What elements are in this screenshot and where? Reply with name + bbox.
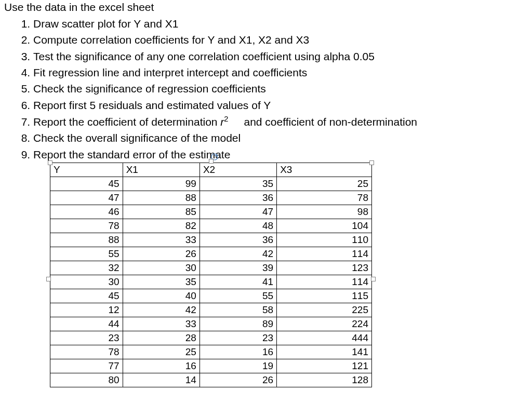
table-cell: 115	[277, 289, 372, 303]
list-item: Fit regression line and interpret interc…	[33, 65, 528, 80]
selection-handle-icon	[369, 160, 374, 165]
table-cell: 40	[123, 289, 200, 303]
table-cell: 80	[50, 373, 123, 387]
table-cell: 123	[277, 261, 372, 275]
table-cell: 121	[277, 359, 372, 373]
table-cell: 45	[50, 177, 123, 191]
data-table: Y X1 X2 X3 45993525478836784685479878824…	[50, 163, 372, 387]
table-row: 771619121	[50, 359, 372, 373]
table-cell: 42	[200, 247, 276, 261]
list-item-tail: and coefficient of non-determination	[244, 116, 418, 128]
table-row: 124258225	[50, 303, 372, 317]
table-cell: 33	[123, 317, 200, 331]
table-cell: 33	[123, 233, 200, 247]
table-cell: 26	[200, 373, 276, 387]
table-cell: 36	[200, 233, 276, 247]
table-cell: 78	[50, 345, 123, 359]
table-cell: 225	[277, 303, 372, 317]
table-cell: 141	[277, 345, 372, 359]
table-cell: 88	[50, 233, 123, 247]
table-cell: 78	[50, 219, 123, 233]
table-cell: 114	[277, 275, 372, 289]
table-cell: 44	[50, 317, 123, 331]
table-cell: 35	[200, 177, 276, 191]
table-cell: 88	[123, 191, 200, 205]
table-cell: 30	[123, 261, 200, 275]
selection-handle-icon	[209, 159, 214, 164]
table-cell: 19	[200, 359, 276, 373]
list-item: Report the coefficient of determination …	[33, 114, 528, 129]
table-row: 303541114	[50, 275, 372, 289]
r-squared-symbol: r2	[220, 116, 228, 128]
table-row: 788248104	[50, 219, 372, 233]
table-row: 782516141	[50, 345, 372, 359]
table-cell: 85	[123, 205, 200, 219]
table-cell: 128	[277, 373, 372, 387]
list-item: Draw scatter plot for Y and X1	[33, 17, 528, 31]
table-row: 232823444	[50, 331, 372, 345]
list-item: Test the significance of any one correla…	[33, 49, 528, 64]
table-cell: 23	[50, 331, 123, 345]
table-cell: 25	[123, 345, 200, 359]
table-cell: 14	[123, 373, 200, 387]
table-cell: 89	[200, 317, 276, 331]
list-item: Check the significance of regression coe…	[33, 82, 528, 96]
table-cell: 82	[123, 219, 200, 233]
table-row: 443389224	[50, 317, 372, 331]
table-cell: 25	[277, 177, 372, 191]
table-row: 46854798	[50, 205, 372, 219]
column-header: X3	[277, 163, 372, 177]
table-cell: 444	[277, 331, 372, 345]
table-cell: 46	[50, 205, 123, 219]
table-row: 323039123	[50, 261, 372, 275]
table-cell: 36	[200, 191, 276, 205]
list-item: Report first 5 residuals and estimated v…	[33, 98, 528, 113]
intro-text: Use the data in the excel sheet	[4, 1, 528, 14]
table-cell: 47	[200, 205, 276, 219]
table-cell: 58	[200, 303, 276, 317]
column-header: X1	[123, 163, 200, 177]
table-cell: 224	[277, 317, 372, 331]
table-row: 45993525	[50, 177, 372, 191]
table-cell: 26	[123, 247, 200, 261]
table-cell: 16	[200, 345, 276, 359]
list-item-text: Report the coefficient of determination	[33, 116, 220, 128]
table-cell: 55	[200, 289, 276, 303]
table-cell: 42	[123, 303, 200, 317]
table-cell: 104	[277, 219, 372, 233]
selection-handle-icon	[48, 160, 52, 165]
table-cell: 32	[50, 261, 123, 275]
table-row: 454055115	[50, 289, 372, 303]
table-cell: 98	[277, 205, 372, 219]
list-item: Report the standard error of the estimat…	[33, 147, 528, 162]
table-row: 47883678	[50, 191, 372, 205]
table-cell: 114	[277, 247, 372, 261]
column-header: Y	[50, 163, 123, 177]
table-cell: 35	[123, 275, 200, 289]
table-cell: 55	[50, 247, 123, 261]
table-cell: 16	[123, 359, 200, 373]
table-cell: 12	[50, 303, 123, 317]
list-item: Compute correlation coefficients for Y a…	[33, 33, 528, 47]
table-cell: 30	[50, 275, 123, 289]
table-cell: 78	[277, 191, 372, 205]
table-cell: 47	[50, 191, 123, 205]
table-cell: 77	[50, 359, 123, 373]
data-table-container: Y X1 X2 X3 45993525478836784685479878824…	[50, 163, 372, 387]
instruction-list: Draw scatter plot for Y and X1 Compute c…	[8, 17, 528, 162]
table-cell: 28	[123, 331, 200, 345]
table-row: 801426128	[50, 373, 372, 387]
table-cell: 48	[200, 219, 276, 233]
table-cell: 39	[200, 261, 276, 275]
list-item: Check the overall significance of the mo…	[33, 131, 528, 145]
table-row: 552642114	[50, 247, 372, 261]
table-cell: 45	[50, 289, 123, 303]
table-row: 883336110	[50, 233, 372, 247]
table-cell: 99	[123, 177, 200, 191]
table-cell: 41	[200, 275, 276, 289]
table-cell: 110	[277, 233, 372, 247]
table-cell: 23	[200, 331, 276, 345]
selection-handle-icon	[371, 277, 376, 281]
table-header-row: Y X1 X2 X3	[50, 163, 372, 177]
selection-handle-icon	[46, 277, 51, 281]
